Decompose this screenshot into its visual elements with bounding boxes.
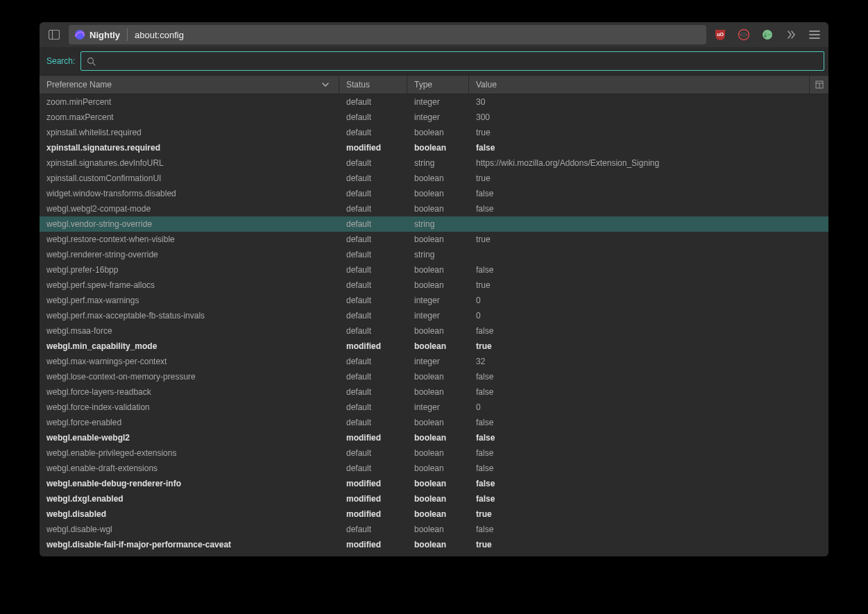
table-row[interactable]: webgl.disabledmodifiedbooleantrue xyxy=(40,506,828,522)
search-icon xyxy=(87,57,96,66)
sidebar-toggle-button[interactable] xyxy=(44,25,65,44)
pref-type: boolean xyxy=(407,204,469,214)
table-row[interactable]: xpinstall.signatures.devInfoURLdefaultst… xyxy=(40,155,828,171)
table-row[interactable]: widget.window-transforms.disableddefault… xyxy=(40,186,828,201)
pref-name: webgl.perf.max-acceptable-fb-status-inva… xyxy=(40,311,339,321)
pref-status: default xyxy=(339,97,407,107)
table-row[interactable]: webgl.prefer-16bppdefaultbooleanfalse xyxy=(40,262,828,278)
table-row[interactable]: webgl.renderer-string-overridedefaultstr… xyxy=(40,247,828,262)
pref-type: boolean xyxy=(407,525,469,534)
table-row[interactable]: webgl.perf.max-acceptable-fb-status-inva… xyxy=(40,308,828,323)
app-menu-button[interactable] xyxy=(805,25,824,44)
pref-status: default xyxy=(339,234,407,244)
pref-status: modified xyxy=(339,143,407,153)
table-row[interactable]: webgl.force-layers-readbackdefaultboolea… xyxy=(40,384,828,400)
pref-name: webgl.msaa-force xyxy=(40,326,339,336)
pref-status: default xyxy=(339,204,407,214)
pref-status: modified xyxy=(339,509,407,519)
search-bar: Search: xyxy=(40,47,828,75)
svg-point-6 xyxy=(741,32,747,37)
table-row[interactable]: webgl.msaa-forcedefaultbooleanfalse xyxy=(40,323,828,339)
pref-name: webgl.restore-context-when-visible xyxy=(40,234,339,244)
pref-type: boolean xyxy=(407,463,469,473)
table-row[interactable]: webgl.enable-debug-renderer-infomodified… xyxy=(40,476,828,491)
pref-name: webgl.disable-fail-if-major-performance-… xyxy=(40,540,339,549)
pref-type: boolean xyxy=(407,509,469,519)
svg-text:uO: uO xyxy=(717,32,724,37)
titlebar: Nightly about:config uO xyxy=(40,22,828,47)
table-row[interactable]: webgl.perf.spew-frame-allocsdefaultboole… xyxy=(40,278,828,293)
search-label: Search: xyxy=(46,56,75,66)
pref-type: integer xyxy=(407,296,469,305)
pref-name: webgl.dxgl.enabled xyxy=(40,494,339,504)
table-row[interactable]: webgl.max-warnings-per-contextdefaultint… xyxy=(40,354,828,369)
table-row[interactable]: xpinstall.whitelist.requireddefaultboole… xyxy=(40,125,828,140)
search-input-wrapper[interactable] xyxy=(80,51,824,71)
table-row[interactable]: webgl.force-enableddefaultbooleanfalse xyxy=(40,415,828,430)
table-row[interactable]: webgl.enable-privileged-extensionsdefaul… xyxy=(40,445,828,461)
pref-status: default xyxy=(339,280,407,290)
column-picker-button[interactable] xyxy=(809,76,828,94)
table-row[interactable]: webgl.disable-fail-if-major-performance-… xyxy=(40,537,828,552)
pref-type: boolean xyxy=(407,418,469,427)
table-header: Preference Name Status Type Value xyxy=(40,75,828,94)
table-row[interactable]: zoom.maxPercentdefaultinteger300 xyxy=(40,110,828,125)
pref-type: boolean xyxy=(407,234,469,244)
noscript-icon[interactable] xyxy=(734,25,754,44)
url-bar[interactable]: Nightly about:config xyxy=(69,25,706,44)
pref-name: webgl.disable-wgl xyxy=(40,525,339,534)
table-body[interactable]: zoom.minPercentdefaultinteger30zoom.maxP… xyxy=(40,94,828,556)
pref-name: xpinstall.signatures.devInfoURL xyxy=(40,158,339,168)
overflow-chevron-icon[interactable] xyxy=(781,25,801,44)
pref-status: default xyxy=(339,173,407,183)
pref-name: xpinstall.whitelist.required xyxy=(40,128,339,137)
search-input[interactable] xyxy=(101,56,818,66)
pref-value: false xyxy=(469,479,828,488)
pref-name: webgl.perf.spew-frame-allocs xyxy=(40,280,339,290)
table-row[interactable]: webgl.restore-context-when-visibledefaul… xyxy=(40,232,828,247)
column-header-status[interactable]: Status xyxy=(339,76,407,94)
pref-status: modified xyxy=(339,433,407,443)
pref-value: false xyxy=(469,433,828,443)
pref-type: string xyxy=(407,158,469,168)
pref-value: true xyxy=(469,509,828,519)
table-row[interactable]: xpinstall.signatures.requiredmodifiedboo… xyxy=(40,140,828,155)
table-row[interactable]: webgl.force-index-validationdefaultinteg… xyxy=(40,400,828,415)
pref-status: default xyxy=(339,219,407,229)
pref-type: boolean xyxy=(407,143,469,153)
pref-type: boolean xyxy=(407,433,469,443)
table-row[interactable]: webgl.disable-wgldefaultbooleanfalse xyxy=(40,522,828,537)
svg-point-8 xyxy=(764,35,767,37)
ublock-icon[interactable]: uO xyxy=(710,25,730,44)
pref-name: webgl.perf.max-warnings xyxy=(40,296,339,305)
column-header-value[interactable]: Value xyxy=(469,76,809,94)
column-header-type[interactable]: Type xyxy=(407,76,469,94)
pref-name: webgl.lose-context-on-memory-pressure xyxy=(40,372,339,382)
table-row[interactable]: xpinstall.customConfirmationUIdefaultboo… xyxy=(40,171,828,186)
table-row[interactable]: webgl.enable-draft-extensionsdefaultbool… xyxy=(40,461,828,476)
table-row[interactable]: webgl.enable-webgl2modifiedbooleanfalse xyxy=(40,430,828,445)
table-row[interactable]: webgl.dxgl.enabledmodifiedbooleanfalse xyxy=(40,491,828,506)
svg-rect-0 xyxy=(49,31,60,40)
pref-type: boolean xyxy=(407,265,469,275)
pref-type: integer xyxy=(407,402,469,412)
pref-name: webgl.force-index-validation xyxy=(40,402,339,412)
column-header-name[interactable]: Preference Name xyxy=(40,76,339,94)
pref-value: false xyxy=(469,204,828,214)
table-row[interactable]: webgl.perf.max-warningsdefaultinteger0 xyxy=(40,293,828,308)
table-row[interactable]: webgl.vendor-string-overridedefaultstrin… xyxy=(40,216,828,232)
table-row[interactable]: zoom.minPercentdefaultinteger30 xyxy=(40,94,828,110)
pref-value: false xyxy=(469,418,828,427)
pref-type: boolean xyxy=(407,341,469,351)
svg-line-13 xyxy=(93,62,96,65)
table-row[interactable]: webgl.lose-context-on-memory-pressuredef… xyxy=(40,369,828,384)
pref-status: default xyxy=(339,372,407,382)
pref-status: default xyxy=(339,448,407,458)
globe-extension-icon[interactable] xyxy=(758,25,777,44)
pref-value: true xyxy=(469,234,828,244)
table-row[interactable]: webgl.min_capability_modemodifiedboolean… xyxy=(40,339,828,354)
pref-status: default xyxy=(339,265,407,275)
table-row[interactable]: webgl.webgl2-compat-modedefaultbooleanfa… xyxy=(40,201,828,216)
pref-name: webgl.enable-debug-renderer-info xyxy=(40,479,339,488)
pref-status: default xyxy=(339,418,407,427)
